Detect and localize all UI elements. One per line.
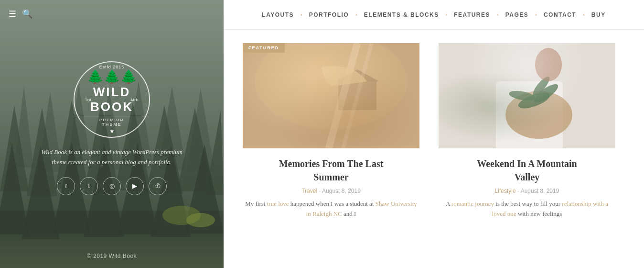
youtube-button[interactable]: ▶ xyxy=(126,177,144,195)
logo-divider xyxy=(75,116,149,116)
svg-line-30 xyxy=(329,43,357,148)
sidebar-top-icons[interactable]: ☰ 🔍 xyxy=(9,9,32,19)
post-excerpt-2: A romantic journey is the best way to fi… xyxy=(439,199,615,219)
svg-line-31 xyxy=(343,43,372,148)
svg-point-36 xyxy=(516,89,552,112)
svg-rect-33 xyxy=(439,43,615,148)
nav-layouts[interactable]: LAYOUTS xyxy=(258,10,298,20)
search-icon[interactable]: 🔍 xyxy=(22,9,32,19)
social-icons: f 𝕥 ◎ ▶ ✆ xyxy=(57,177,167,195)
sidebar-content: Trd. Mrk. Estld 2015 🌲🌲🌲 WILD BOOK PREMI… xyxy=(16,61,207,207)
twitter-button[interactable]: 𝕥 xyxy=(80,177,98,195)
post-title-2: Weekend In A Mountain Valley xyxy=(439,157,615,184)
nav-buy[interactable]: BUY xyxy=(588,10,610,20)
svg-point-27 xyxy=(255,43,408,129)
svg-rect-34 xyxy=(496,81,563,148)
nav-dot-6: ● xyxy=(583,13,585,16)
logo-theme: THEME xyxy=(102,122,122,127)
svg-rect-28 xyxy=(338,81,376,110)
featured-badge: FEATURED xyxy=(243,43,285,53)
logo-premium: PREMIUM xyxy=(99,118,124,122)
hamburger-icon[interactable]: ☰ xyxy=(9,9,16,19)
main-area: LAYOUTS ● PORTFOLIO ● ELEMENTS & BLOCKS … xyxy=(224,0,644,268)
post-date-separator-2: - xyxy=(517,188,521,194)
nav-elements-blocks[interactable]: ELEMENTS & BLOCKS xyxy=(360,10,443,20)
nav-dot-3: ● xyxy=(446,13,448,16)
nav-contact[interactable]: CONTACT xyxy=(540,10,580,20)
post-excerpt-1: My first true love happened when I was a… xyxy=(243,199,419,219)
post-image-wrap-1[interactable]: FEATURED xyxy=(243,43,419,148)
post-category-2[interactable]: Lifestyle xyxy=(495,188,516,194)
sidebar-tagline: Wild Book is an elegant and vintage Word… xyxy=(35,147,188,168)
whatsapp-button[interactable]: ✆ xyxy=(149,177,167,195)
nav-dot-5: ● xyxy=(535,13,537,16)
svg-point-37 xyxy=(532,81,561,106)
nav-dot-2: ● xyxy=(355,13,357,16)
svg-point-32 xyxy=(305,57,338,96)
post-meta-1: Travel - August 8, 2019 xyxy=(243,188,419,194)
post-category-1[interactable]: Travel xyxy=(301,188,317,194)
post-date-2: August 8, 2019 xyxy=(521,188,559,194)
logo-right-text: Mrk. xyxy=(131,98,140,101)
facebook-button[interactable]: f xyxy=(57,177,75,195)
nav-pages[interactable]: PAGES xyxy=(502,10,533,20)
logo-circle: Trd. Mrk. Estld 2015 🌲🌲🌲 WILD BOOK PREMI… xyxy=(74,61,150,138)
post-meta-2: Lifestyle - August 8, 2019 xyxy=(439,188,615,194)
nav-dot-4: ● xyxy=(497,13,499,16)
svg-marker-29 xyxy=(336,69,379,81)
post-image-svg-2 xyxy=(439,43,615,148)
post-image-svg-1 xyxy=(243,43,419,148)
post-card-2: Weekend In A Mountain Valley Lifestyle -… xyxy=(429,43,625,268)
logo-left-text: Trd. xyxy=(85,98,93,101)
post-image-2 xyxy=(439,43,615,148)
svg-point-39 xyxy=(531,75,552,98)
svg-point-38 xyxy=(508,89,536,102)
svg-point-35 xyxy=(505,91,572,139)
logo-tree-icons: 🌲🌲🌲 xyxy=(87,70,137,84)
top-navigation: LAYOUTS ● PORTFOLIO ● ELEMENTS & BLOCKS … xyxy=(224,0,644,30)
content-area: FEATURED Memories From The Last Summer T… xyxy=(224,30,644,268)
nav-features[interactable]: FEATURES xyxy=(450,10,494,20)
svg-rect-26 xyxy=(243,43,419,148)
post-image-wrap-2[interactable] xyxy=(439,43,615,148)
post-excerpt-text-1: My first true love happened when I was a… xyxy=(245,200,417,217)
post-date-1: August 8, 2019 xyxy=(322,188,361,194)
post-title-1: Memories From The Last Summer xyxy=(243,157,419,184)
post-card-1: FEATURED Memories From The Last Summer T… xyxy=(243,43,429,268)
post-image-1 xyxy=(243,43,419,148)
logo-estd: Estld 2015 xyxy=(99,65,125,69)
nav-dot-1: ● xyxy=(301,13,302,16)
sidebar: ☰ 🔍 Trd. Mrk. Estld 2015 🌲🌲🌲 WILD BOOK P… xyxy=(0,0,224,268)
svg-point-40 xyxy=(535,48,562,81)
nav-portfolio[interactable]: PORTFOLIO xyxy=(305,10,353,20)
svg-rect-41 xyxy=(439,43,615,148)
logo-star: ★ xyxy=(109,128,115,135)
instagram-button[interactable]: ◎ xyxy=(103,177,121,195)
post-excerpt-text-2: A romantic journey is the best way to fi… xyxy=(446,200,608,217)
copyright: © 2019 Wild Book xyxy=(87,253,137,259)
